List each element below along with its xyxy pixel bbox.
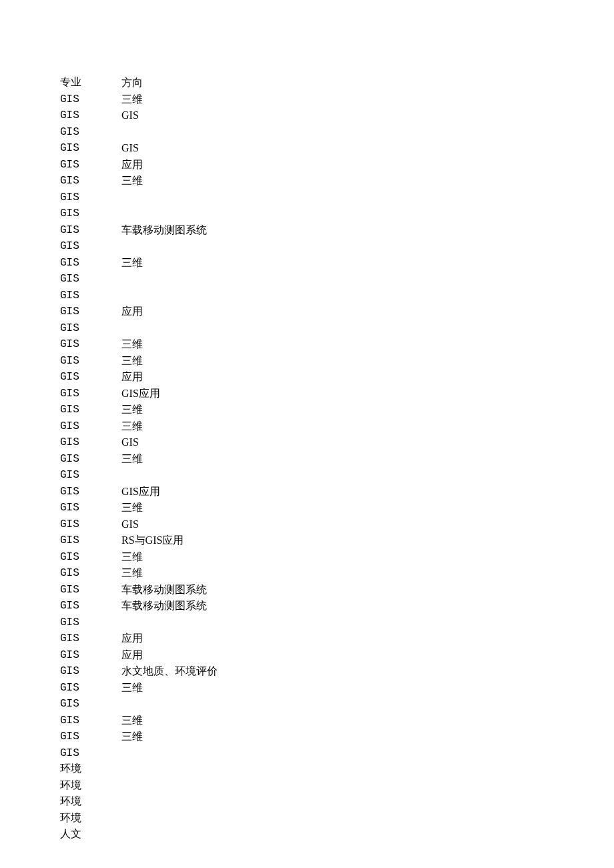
cell-major: GIS (60, 532, 121, 549)
cell-major: 环境 (60, 778, 121, 795)
cell-major: GIS (60, 663, 121, 680)
cell-direction: 三维 (121, 549, 218, 566)
cell-major: GIS (60, 91, 121, 108)
table-row: GIS三维 (60, 549, 218, 566)
table-row: GISGIS (60, 434, 218, 451)
table-row: GIS应用 (60, 630, 218, 647)
table-row: GISGIS (60, 140, 218, 157)
table-row: GIS (60, 205, 218, 222)
cell-major: GIS (60, 647, 121, 664)
cell-major: GIS (60, 353, 121, 370)
cell-direction (121, 761, 218, 778)
table-row: GIS水文地质、环境评价 (60, 663, 218, 680)
table-row: GIS (60, 124, 218, 141)
cell-direction: RS与GIS应用 (121, 532, 218, 549)
cell-major: GIS (60, 140, 121, 157)
cell-major: GIS (60, 336, 121, 353)
cell-major: GIS (60, 255, 121, 272)
header-col-major: 专业 (60, 75, 121, 91)
cell-major: GIS (60, 222, 121, 239)
cell-major: GIS (60, 402, 121, 418)
cell-major: GIS (60, 320, 121, 337)
cell-direction: 三维 (121, 729, 218, 745)
cell-major: GIS (60, 745, 121, 762)
table-row: GIS三维 (60, 353, 218, 370)
cell-major: GIS (60, 107, 121, 124)
cell-direction (121, 745, 218, 762)
cell-direction: 水文地质、环境评价 (121, 663, 218, 680)
table-row: GIS应用 (60, 157, 218, 173)
table-row: 人文 (60, 827, 218, 843)
table-row: GISGIS应用 (60, 484, 218, 500)
cell-major: GIS (60, 565, 121, 582)
cell-direction: 应用 (121, 630, 218, 647)
table-row: GIS车载移动测图系统 (60, 222, 218, 239)
cell-major: GIS (60, 484, 121, 500)
table-row: GIS三维 (60, 402, 218, 418)
cell-major: GIS (60, 205, 121, 222)
cell-major: GIS (60, 696, 121, 713)
table-row: GIS (60, 696, 218, 713)
table-row: GIS三维 (60, 713, 218, 729)
table-row: GIS三维 (60, 255, 218, 272)
cell-major: GIS (60, 288, 121, 304)
cell-direction: 应用 (121, 369, 218, 386)
table-row: GIS应用 (60, 369, 218, 386)
table-row: GIS (60, 288, 218, 304)
table-row: GIS车载移动测图系统 (60, 582, 218, 598)
table-row: GIS三维 (60, 418, 218, 435)
cell-major: GIS (60, 467, 121, 484)
cell-major: GIS (60, 598, 121, 614)
cell-direction: 三维 (121, 91, 218, 108)
table-row: 环境 (60, 761, 218, 778)
cell-direction (121, 288, 218, 304)
cell-major: GIS (60, 304, 121, 320)
cell-major: GIS (60, 271, 121, 288)
cell-major: GIS (60, 680, 121, 697)
cell-direction (121, 189, 218, 206)
table-row: GIS (60, 614, 218, 631)
cell-direction: 三维 (121, 713, 218, 729)
cell-direction (121, 696, 218, 713)
cell-direction: 三维 (121, 680, 218, 697)
table-row: GISGIS (60, 516, 218, 533)
table-row: GIS三维 (60, 565, 218, 582)
cell-major: GIS (60, 369, 121, 386)
cell-direction (121, 205, 218, 222)
cell-major: GIS (60, 729, 121, 745)
cell-major: 环境 (60, 761, 121, 778)
cell-major: GIS (60, 418, 121, 435)
cell-direction (121, 124, 218, 141)
cell-major: GIS (60, 713, 121, 729)
cell-major: 环境 (60, 811, 121, 827)
table-row: GIS (60, 271, 218, 288)
cell-direction: 应用 (121, 647, 218, 664)
cell-direction: 三维 (121, 451, 218, 468)
table-row: GIS三维 (60, 680, 218, 697)
cell-direction: GIS (121, 434, 218, 451)
cell-major: GIS (60, 500, 121, 516)
table-row: GIS (60, 467, 218, 484)
table-row: GIS应用 (60, 647, 218, 664)
cell-direction: 车载移动测图系统 (121, 598, 218, 614)
cell-direction: GIS应用 (121, 386, 218, 402)
table-row: GIS三维 (60, 500, 218, 516)
cell-major: GIS (60, 614, 121, 631)
cell-major: 环境 (60, 794, 121, 811)
table-row: GISGIS应用 (60, 386, 218, 402)
cell-major: GIS (60, 630, 121, 647)
cell-direction (121, 320, 218, 337)
table-row: GIS车载移动测图系统 (60, 598, 218, 614)
cell-major: GIS (60, 189, 121, 206)
cell-direction (121, 778, 218, 795)
cell-direction: GIS应用 (121, 484, 218, 500)
cell-direction: 三维 (121, 418, 218, 435)
cell-major: GIS (60, 516, 121, 533)
cell-direction: 三维 (121, 255, 218, 272)
table-row: GIS应用 (60, 304, 218, 320)
table-row: 环境 (60, 811, 218, 827)
cell-direction: 三维 (121, 500, 218, 516)
cell-direction (121, 238, 218, 255)
table-row: GIS三维 (60, 336, 218, 353)
cell-direction: GIS (121, 107, 218, 124)
